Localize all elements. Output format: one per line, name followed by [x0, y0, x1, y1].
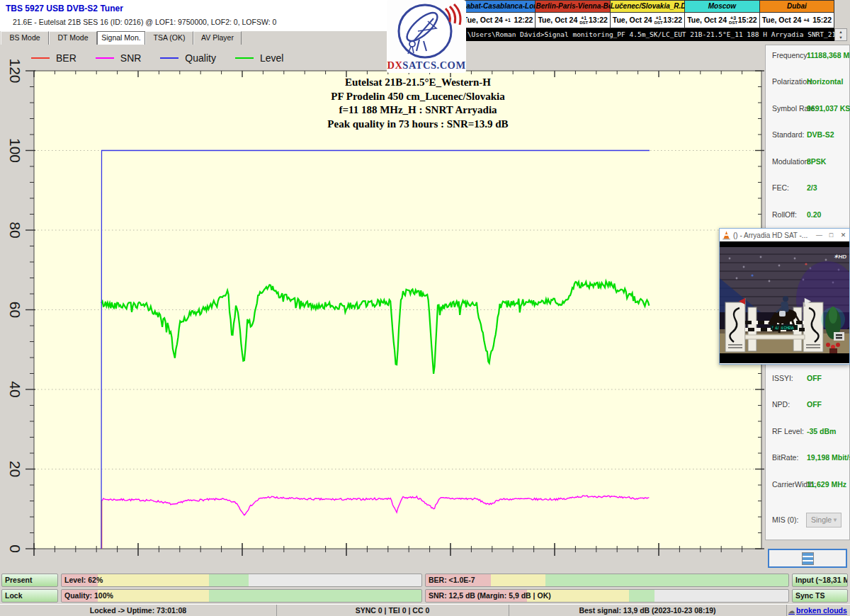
sync-counters: SYNC 0 | TEI 0 | CC 0: [276, 605, 509, 616]
legend-snr: SNR: [120, 52, 142, 64]
clock-time: 13:22: [589, 16, 608, 24]
status-bar: Locked -> Uptime: 73:01:08 SYNC 0 | TEI …: [0, 604, 850, 616]
clock-name: Berlin-Paris-Vienna-Belgrade: [536, 1, 609, 13]
dxsatcs-logo: DXSATCS.COM: [387, 0, 466, 73]
stream-list-button[interactable]: [768, 549, 847, 568]
legend-ber: BER: [56, 52, 76, 64]
level-progressbar: Level: 62%: [61, 574, 422, 587]
param-value: OFF: [807, 374, 822, 382]
best-signal-status: Best signal: 13,9 dB (2023-10-23 08:19): [509, 605, 787, 616]
legend-quality: Quality: [185, 52, 216, 64]
logo-text: DXSATCS.COM: [387, 59, 466, 72]
app-title: TBS 5927 USB DVB-S2 Tuner: [6, 4, 123, 13]
tab-dt-mode[interactable]: DT Mode: [49, 31, 97, 45]
input-indicator: Input (~18,31 Mbps): [792, 574, 848, 587]
vlc-player-window[interactable]: () - Arryadia HD SAT -... — □ ✕: [719, 228, 850, 365]
clock-name: Rabat-Casablanca-London: [461, 1, 535, 13]
clock-date: Tue, Oct 24: [463, 16, 503, 24]
lock-indicator: Lock: [1, 589, 58, 603]
vlc-cone-icon: [722, 231, 731, 240]
command-prompt[interactable]: :\Users\Roman Dávid>Signal monitoring_PF…: [460, 28, 834, 41]
signal-chart-region: 020406080100120 BER SNR Quality Level Eu…: [0, 45, 765, 571]
clock-date: Tue, Oct 24: [538, 16, 577, 24]
legend-level: Level: [260, 52, 283, 64]
clock-lucenec: Lučenec/Slovakia_R.Dávid Tue, Oct 24+1DS…: [611, 1, 685, 28]
snr-line-swatch: [96, 57, 114, 59]
clock-name: Moscow: [685, 1, 759, 13]
clock-name: Lučenec/Slovakia_R.Dávid: [611, 1, 684, 13]
quality-line-swatch: [160, 57, 178, 59]
param-label: Frequency:: [772, 51, 810, 59]
param-value: DVB-S2: [807, 130, 834, 139]
param-value: 19,198 Mbit/s: [807, 453, 850, 462]
clock-name: Dubai: [760, 1, 834, 13]
mis-dropdown[interactable]: Single▼: [806, 513, 842, 527]
chart-annotation: Eutelsat 21B-21.5°E_Western-H PF Prodeli…: [298, 76, 538, 131]
list-icon: [802, 552, 814, 565]
param-label: RF Level:: [772, 427, 804, 435]
weather-link[interactable]: ☁broken clouds: [788, 606, 847, 615]
clock-time: 13:22: [663, 16, 682, 24]
tab-av-player[interactable]: AV Player: [193, 31, 242, 45]
param-value: 0.20: [807, 210, 821, 219]
cloud-icon: ☁: [788, 608, 795, 615]
ber-line-swatch: [31, 57, 50, 59]
svg-text:20: 20: [7, 461, 23, 477]
clock-time: 15:22: [738, 16, 757, 24]
svg-text:0: 0: [7, 544, 23, 553]
hd-badge: ✶HD: [834, 253, 846, 260]
svg-text:SALON CHEVAL: SALON CHEVAL: [772, 326, 797, 330]
param-label: Standard:: [772, 130, 805, 139]
chart-legend: BER SNR Quality Level: [31, 52, 296, 64]
present-indicator: Present: [1, 574, 58, 587]
equestrian-video-scene: SALON CHEVAL: [720, 241, 849, 363]
tab-tsa[interactable]: TSA (OK): [145, 31, 193, 45]
param-value: 11188,368 MHz: [807, 51, 850, 59]
param-label: RollOff:: [772, 210, 797, 219]
param-label: ISSYI:: [772, 374, 793, 382]
chevron-down-icon: ▼: [832, 513, 838, 527]
clock-dubai: Dubai Tue, Oct 24+415:22: [760, 1, 834, 28]
clock-date: Tue, Oct 24: [687, 16, 727, 24]
param-value: OFF: [807, 400, 822, 409]
param-value: -35 dBm: [807, 427, 836, 435]
vlc-titlebar[interactable]: () - Arryadia HD SAT -... — □ ✕: [720, 229, 849, 241]
svg-text:80: 80: [7, 222, 23, 238]
tab-signal-mon[interactable]: Signal Mon.: [97, 31, 145, 45]
clock-berlin: Berlin-Paris-Vienna-Belgrade Tue, Oct 24…: [536, 1, 610, 28]
param-label: BitRate:: [772, 453, 798, 462]
ber-progressbar: BER: <1.0E-7: [425, 574, 789, 587]
scroll-up-icon[interactable]: ▲: [835, 29, 846, 35]
transponder-subtitle: 21.6E - Eutelsat 21B SES 16 (ID: 0216) @…: [13, 18, 276, 26]
clock-rabat: Rabat-Casablanca-London Tue, Oct 24+112:…: [461, 1, 536, 28]
clock-date: Tue, Oct 24: [762, 16, 802, 24]
sync-ts-indicator: Sync TS: [792, 589, 848, 603]
clock-time: 12:22: [514, 16, 533, 24]
param-label: FEC:: [772, 183, 789, 192]
param-value: 11,629 MHz: [807, 480, 846, 489]
svg-text:120: 120: [7, 58, 23, 83]
scroll-down-icon[interactable]: ▼: [835, 35, 846, 40]
satellite-dish-icon: [387, 0, 466, 59]
param-value: Horizontal: [807, 77, 843, 86]
quality-progressbar: Quality: 100%: [61, 589, 422, 603]
clock-moscow: Moscow Tue, Oct 24+3DST15:22: [685, 1, 759, 28]
close-button[interactable]: ✕: [837, 232, 849, 239]
clock-date: Tue, Oct 24: [613, 16, 652, 24]
video-frame[interactable]: SALON CHEVAL: [720, 241, 849, 363]
svg-text:100: 100: [7, 138, 23, 163]
snr-progressbar: SNR: 12,5 dB (Margin: 5,9 dB | OK): [425, 589, 789, 603]
weather-panel: ☁broken clouds: [786, 605, 849, 616]
param-value: 8PSK: [807, 157, 826, 166]
tab-bs-mode[interactable]: BS Mode: [1, 31, 49, 45]
maximize-button[interactable]: □: [825, 232, 837, 239]
clock-time: 15:22: [812, 16, 832, 24]
minimize-button[interactable]: —: [813, 232, 825, 239]
param-value: 2/3: [807, 183, 817, 192]
mis-label: MIS (0):: [772, 515, 798, 524]
param-label: NPD:: [772, 400, 790, 409]
console-scrollbar[interactable]: ▲ ▼: [834, 28, 847, 41]
param-label: Modulation:: [772, 157, 810, 166]
param-value: 9691,037 KS/s: [807, 104, 850, 113]
level-line-swatch: [235, 57, 254, 59]
